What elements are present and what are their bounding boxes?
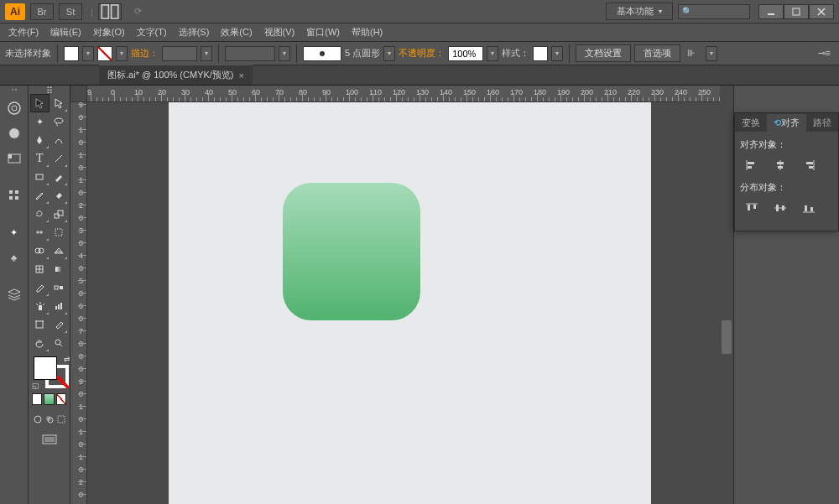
search-input[interactable]: 🔍 [678, 4, 750, 19]
distribute-bottom-icon[interactable] [800, 200, 817, 216]
free-transform-tool[interactable] [50, 223, 69, 242]
menu-object[interactable]: 对象(O) [88, 24, 130, 40]
align-dropdown[interactable] [706, 46, 717, 61]
distribute-vcenter-icon[interactable] [772, 200, 789, 216]
shape-builder-tool[interactable] [30, 242, 50, 260]
menu-window[interactable]: 窗口(W) [301, 24, 345, 40]
stroke-weight-input[interactable] [162, 46, 197, 61]
menu-type[interactable]: 文字(T) [132, 24, 172, 40]
opacity-input[interactable]: 100% [448, 46, 483, 61]
mesh-tool[interactable] [30, 260, 50, 278]
align-icon[interactable]: ⊪ [687, 48, 702, 59]
ruler-origin[interactable] [70, 86, 87, 102]
tab-pathfinder[interactable]: 路径 [806, 114, 838, 132]
ruler-vertical[interactable]: 90101010203040506070809010101020 [70, 102, 87, 504]
menu-edit[interactable]: 编辑(E) [45, 24, 86, 40]
eraser-tool[interactable] [50, 186, 69, 205]
stock-icon[interactable]: St [59, 3, 82, 20]
fill-color[interactable] [34, 356, 57, 380]
fill-stroke-control[interactable]: ⇄ ◱ [32, 355, 70, 390]
artboard-viewport[interactable] [87, 102, 733, 504]
brushes-icon[interactable] [5, 186, 23, 205]
slice-tool[interactable] [50, 315, 69, 334]
default-fill-stroke-icon[interactable]: ◱ [32, 382, 39, 390]
swatches-icon[interactable] [5, 149, 23, 168]
magic-wand-tool[interactable]: ✦ [30, 112, 50, 131]
dock-handle[interactable] [7, 89, 22, 92]
maximize-button[interactable] [784, 4, 809, 19]
hand-tool[interactable] [30, 334, 50, 352]
toolbox-handle[interactable]: ⠿ [30, 87, 68, 94]
width-tool[interactable] [30, 223, 50, 242]
menu-view[interactable]: 视图(V) [259, 24, 300, 40]
blend-tool[interactable] [50, 278, 69, 297]
stroke-dropdown[interactable] [116, 46, 128, 61]
color-gradient[interactable] [44, 393, 54, 405]
zoom-tool[interactable] [50, 334, 69, 352]
cc-libraries-icon[interactable] [5, 99, 23, 117]
document-tab[interactable]: 图标.ai* @ 100% (CMYK/预览) × [99, 65, 253, 85]
profile-dropdown[interactable] [383, 46, 395, 61]
draw-inside[interactable] [55, 410, 67, 429]
scrollbar-thumb[interactable] [722, 320, 732, 354]
perspective-tool[interactable] [50, 242, 69, 260]
color-solid[interactable] [32, 393, 42, 405]
stroke-profile[interactable] [303, 46, 341, 61]
color-none[interactable] [56, 393, 66, 405]
type-tool[interactable]: T [30, 149, 50, 168]
preferences-button[interactable]: 首选项 [634, 44, 680, 62]
symbols-icon[interactable]: ✦ [5, 223, 23, 242]
menu-select[interactable]: 选择(S) [174, 24, 215, 40]
sync-icon[interactable]: ⟳ [127, 3, 150, 20]
minimize-button[interactable] [758, 4, 784, 19]
line-tool[interactable] [50, 149, 69, 168]
draw-behind[interactable] [44, 410, 55, 429]
eyedropper-tool[interactable] [30, 278, 50, 297]
distribute-top-icon[interactable] [743, 200, 760, 216]
arrange-icon[interactable] [98, 3, 122, 20]
brush-dropdown[interactable] [279, 46, 290, 61]
pen-tool[interactable] [30, 131, 50, 149]
screen-mode[interactable] [30, 430, 68, 450]
align-right-icon[interactable] [800, 158, 817, 173]
rotate-tool[interactable] [30, 205, 50, 223]
graph-tool[interactable] [50, 297, 69, 315]
scale-tool[interactable] [50, 205, 69, 223]
graphic-styles-icon[interactable]: ♣ [5, 248, 23, 267]
selection-tool[interactable] [30, 94, 50, 112]
direct-selection-tool[interactable] [50, 94, 68, 112]
style-swatch[interactable] [533, 46, 548, 61]
menu-effect[interactable]: 效果(C) [216, 24, 257, 40]
brush-input[interactable] [225, 46, 275, 61]
doc-setup-button[interactable]: 文档设置 [576, 44, 631, 62]
close-button[interactable] [809, 4, 834, 19]
align-hcenter-icon[interactable] [772, 158, 789, 173]
tab-align[interactable]: ⟲对齐 [767, 114, 806, 132]
paintbrush-tool[interactable] [50, 168, 69, 186]
scrollbar-vertical[interactable] [720, 86, 733, 504]
opacity-dropdown[interactable] [487, 46, 498, 61]
tab-transform[interactable]: 变换 [735, 114, 767, 132]
swap-fill-stroke-icon[interactable]: ⇄ [64, 355, 70, 363]
pencil-tool[interactable] [30, 186, 50, 205]
bridge-icon[interactable]: Br [30, 3, 54, 20]
curvature-tool[interactable] [50, 131, 69, 149]
fill-dropdown[interactable] [82, 46, 94, 61]
color-icon[interactable] [5, 124, 23, 143]
fill-swatch[interactable] [64, 46, 79, 61]
layers-icon[interactable] [5, 285, 23, 304]
draw-normal[interactable] [32, 410, 44, 429]
stroke-swatch[interactable] [97, 46, 112, 61]
align-left-icon[interactable] [743, 158, 760, 173]
menu-help[interactable]: 帮助(H) [347, 24, 388, 40]
rounded-rectangle-shape[interactable] [283, 183, 420, 320]
tab-close-icon[interactable]: × [239, 70, 244, 81]
style-dropdown[interactable] [551, 46, 563, 61]
stroke-weight-dropdown[interactable] [201, 46, 212, 61]
symbol-sprayer-tool[interactable] [30, 297, 50, 315]
ruler-horizontal[interactable]: 9010203040506070809010011012013014015016… [87, 86, 733, 102]
lasso-tool[interactable] [50, 112, 69, 131]
menu-file[interactable]: 文件(F) [3, 24, 44, 40]
gradient-tool[interactable] [50, 260, 69, 278]
artboard-tool[interactable] [30, 315, 50, 334]
